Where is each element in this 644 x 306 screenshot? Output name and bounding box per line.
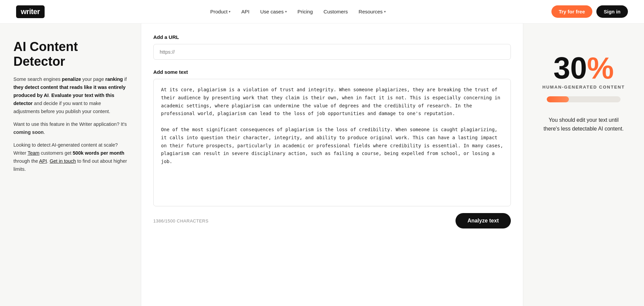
coming-soon-label: coming soon [13,130,44,135]
chevron-down-icon: ▾ [285,10,287,13]
human-generated-label: HUMAN-GENERATED CONTENT [542,85,625,90]
sign-in-button[interactable]: Sign in [596,5,628,18]
navigation: writer Product ▾ API Use cases ▾ Pricing… [0,0,644,23]
page-title: AI Content Detector [13,40,127,69]
nav-pricing[interactable]: Pricing [298,9,313,14]
percent-sign: % [587,51,614,85]
nav-customers[interactable]: Customers [324,9,348,14]
url-input[interactable] [153,44,511,60]
nav-api[interactable]: API [241,9,249,14]
logo[interactable]: writer [16,5,45,18]
chevron-down-icon: ▾ [229,10,230,13]
get-in-touch-link[interactable]: Get in touch [50,158,76,164]
api-link[interactable]: API [39,158,47,164]
progress-bar-fill [547,96,569,102]
nav-cta-group: Try for free Sign in [551,5,628,18]
500k-bold: 500k words per month [73,150,124,156]
char-count: 1386/1500 CHARACTERS [153,218,209,223]
progress-bar-track [547,96,621,102]
center-panel: Add a URL Add some text 1386/1500 CHARAC… [141,23,523,306]
url-label: Add a URL [153,34,511,40]
right-panel: 30% HUMAN-GENERATED CONTENT You should e… [523,23,644,306]
text-area-wrapper: Add some text [153,69,511,208]
intro-paragraph: Some search engines penalize your page r… [13,75,127,116]
analyze-text-button[interactable]: Analyze text [455,213,511,228]
percent-display: 30% [553,53,614,83]
nav-links: Product ▾ API Use cases ▾ Pricing Custom… [210,9,386,14]
nav-product[interactable]: Product ▾ [210,9,231,14]
scale-paragraph: Looking to detect AI-generated content a… [13,141,127,173]
main-wrapper: AI Content Detector Some search engines … [0,23,644,306]
textarea-footer: 1386/1500 CHARACTERS Analyze text [153,213,511,228]
right-description: You should edit your text until there's … [540,116,627,133]
content-textarea[interactable] [153,79,511,206]
nav-resources[interactable]: Resources ▾ [359,9,386,14]
ranking-bold: ranking [105,76,123,82]
url-input-wrapper: Add a URL [153,34,511,60]
text-label: Add some text [153,69,511,75]
coming-soon-paragraph: Want to use this feature in the Writer a… [13,120,127,137]
nav-use-cases[interactable]: Use cases ▾ [260,9,287,14]
chevron-down-icon: ▾ [384,10,386,13]
penalize-bold: penalize [62,76,81,82]
try-for-free-button[interactable]: Try for free [551,5,592,18]
left-panel: AI Content Detector Some search engines … [0,23,141,306]
team-link[interactable]: Team [28,150,39,156]
